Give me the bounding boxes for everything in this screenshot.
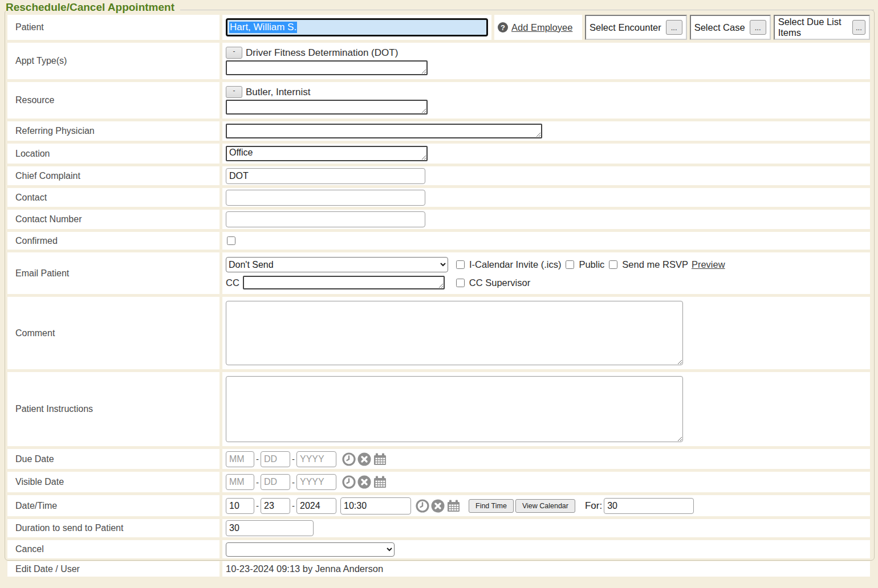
- duration-label: Duration to send to Patient: [7, 519, 220, 537]
- select-due-list-box: Select Due List Items ...: [774, 15, 870, 40]
- resource-input[interactable]: [226, 100, 428, 115]
- resource-selected: Butler, Internist: [246, 87, 310, 98]
- appt-types-row: Appt Type(s) - Driver Fitness Determinat…: [7, 43, 870, 79]
- patient-instructions-cell: [222, 372, 870, 446]
- clock-icon[interactable]: [342, 475, 356, 489]
- page-title: Reschedule/Cancel Appointment: [6, 1, 180, 14]
- location-input[interactable]: Office: [226, 146, 428, 161]
- edit-date-cell: 10-23-2024 09:13 by Jenna Anderson: [222, 561, 870, 577]
- select-encounter-more-button[interactable]: ...: [666, 20, 682, 35]
- chief-complaint-cell: [222, 166, 870, 185]
- calendar-icon[interactable]: [373, 475, 387, 489]
- contact-number-row: Contact Number: [7, 210, 870, 229]
- email-patient-label: Email Patient: [7, 252, 220, 294]
- find-time-button[interactable]: Find Time: [469, 499, 514, 513]
- resource-cell: - Butler, Internist: [222, 82, 870, 119]
- cc-supervisor-checkbox[interactable]: [456, 279, 465, 287]
- resource-label: Resource: [7, 82, 220, 119]
- confirmed-checkbox[interactable]: [227, 236, 235, 245]
- for-label: For:: [585, 500, 602, 512]
- chief-complaint-input[interactable]: [226, 168, 425, 184]
- referring-physician-label: Referring Physician: [7, 121, 220, 141]
- date-mm-input[interactable]: [226, 498, 254, 514]
- visible-date-row: Visible Date - -: [7, 472, 870, 492]
- referring-physician-cell: [222, 121, 870, 141]
- help-icon[interactable]: ?: [498, 22, 508, 32]
- date-separator: -: [292, 501, 295, 511]
- date-separator: -: [292, 454, 295, 464]
- contact-label: Contact: [7, 188, 220, 207]
- for-duration-input[interactable]: [604, 498, 694, 514]
- calendar-icon[interactable]: [373, 452, 387, 466]
- date-dd-input[interactable]: [261, 498, 290, 514]
- location-label: Location: [7, 144, 220, 164]
- ical-invite-checkbox[interactable]: [456, 260, 465, 269]
- date-time-cell: - - Find Time View Calendar For:: [222, 495, 870, 516]
- comment-input[interactable]: [226, 301, 683, 365]
- comment-cell: [222, 297, 870, 369]
- public-checkbox[interactable]: [566, 260, 574, 269]
- duration-cell: [222, 519, 870, 537]
- confirmed-cell: [222, 232, 870, 250]
- select-due-list-label: Select Due List Items: [778, 17, 848, 38]
- patient-instructions-row: Patient Instructions: [7, 372, 870, 446]
- preview-link[interactable]: Preview: [692, 259, 725, 270]
- contact-number-input[interactable]: [226, 211, 425, 227]
- appt-type-remove-button[interactable]: -: [226, 47, 242, 59]
- x-circle-icon[interactable]: [357, 452, 371, 466]
- patient-input[interactable]: Hart, William S.: [226, 18, 488, 36]
- referring-physician-input[interactable]: [226, 124, 542, 138]
- patient-instructions-input[interactable]: [226, 376, 683, 442]
- appt-type-input[interactable]: [226, 60, 428, 75]
- contact-row: Contact: [7, 188, 870, 207]
- patient-input-cell: Hart, William S.: [222, 15, 491, 40]
- visible-date-mm-input[interactable]: [226, 474, 254, 490]
- due-date-dd-input[interactable]: [261, 451, 290, 467]
- visible-date-yyyy-input[interactable]: [296, 474, 336, 490]
- x-circle-icon[interactable]: [431, 499, 445, 513]
- chief-complaint-row: Chief Complaint: [7, 166, 870, 185]
- resource-remove-button[interactable]: -: [226, 86, 242, 98]
- visible-date-label: Visible Date: [7, 472, 220, 492]
- edit-date-value: 10-23-2024 09:13 by Jenna Anderson: [226, 564, 383, 574]
- visible-date-dd-input[interactable]: [261, 474, 290, 490]
- confirmed-row: Confirmed: [7, 232, 870, 250]
- visible-date-cell: - -: [222, 472, 870, 492]
- appt-types-cell: - Driver Fitness Determination (DOT): [222, 43, 870, 79]
- due-date-yyyy-input[interactable]: [296, 451, 336, 467]
- date-yyyy-input[interactable]: [296, 498, 336, 514]
- public-label: Public: [579, 259, 604, 270]
- rsvp-label: Send me RSVP: [622, 259, 688, 270]
- cc-input[interactable]: [243, 276, 445, 289]
- resource-row: Resource - Butler, Internist: [7, 82, 870, 119]
- calendar-icon[interactable]: [446, 499, 461, 513]
- cc-supervisor-label: CC Supervisor: [469, 277, 530, 288]
- x-circle-icon[interactable]: [357, 475, 371, 489]
- due-date-cell: - -: [222, 449, 870, 469]
- cancel-select[interactable]: [226, 542, 395, 557]
- time-input[interactable]: [340, 497, 411, 514]
- select-due-list-more-button[interactable]: ...: [852, 20, 865, 35]
- rsvp-checkbox[interactable]: [609, 260, 617, 269]
- duration-input[interactable]: [226, 520, 314, 536]
- chief-complaint-label: Chief Complaint: [7, 166, 220, 185]
- email-patient-cell: Don't Send I-Calendar Invite (.ics) Publ…: [222, 252, 870, 294]
- email-send-select[interactable]: Don't Send: [226, 257, 448, 272]
- add-employee-link[interactable]: Add Employee: [511, 22, 572, 33]
- date-separator: -: [256, 454, 259, 464]
- select-case-more-button[interactable]: ...: [750, 20, 766, 35]
- contact-number-cell: [222, 210, 870, 229]
- clock-icon[interactable]: [416, 499, 429, 513]
- clock-icon[interactable]: [342, 452, 356, 466]
- reschedule-cancel-form: Reschedule/Cancel Appointment Patient Ha…: [5, 0, 875, 582]
- edit-date-row: Edit Date / User 10-23-2024 09:13 by Jen…: [7, 561, 870, 577]
- comment-row: Comment: [7, 297, 870, 369]
- due-date-mm-input[interactable]: [226, 451, 254, 467]
- date-time-row: Date/Time - - Find Time View Calendar: [7, 495, 870, 516]
- ical-invite-label: I-Calendar Invite (.ics): [469, 259, 561, 270]
- view-calendar-button[interactable]: View Calendar: [515, 499, 575, 513]
- cancel-label: Cancel: [7, 540, 220, 558]
- contact-number-label: Contact Number: [7, 210, 220, 229]
- contact-input[interactable]: [226, 190, 425, 206]
- cancel-cell: [222, 540, 870, 558]
